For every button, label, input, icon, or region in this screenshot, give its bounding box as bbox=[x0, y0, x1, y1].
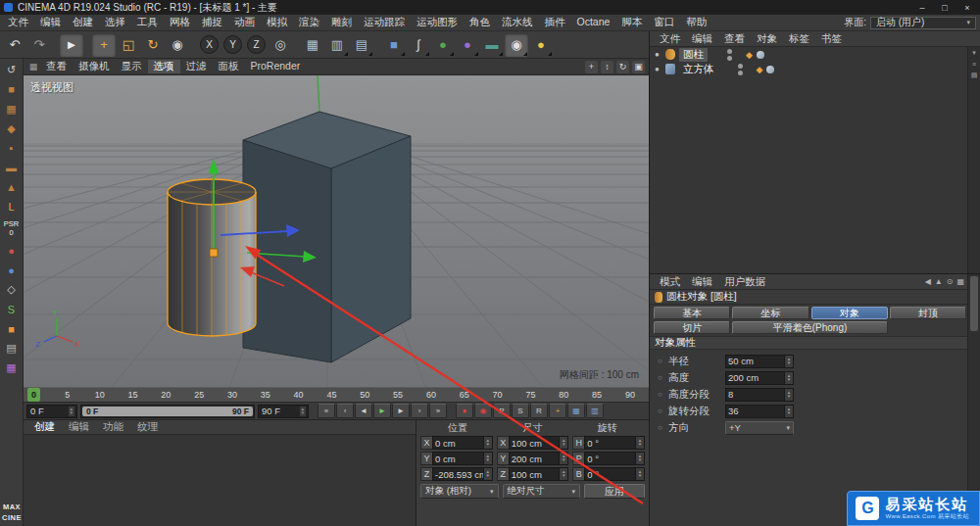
timeline-tick[interactable]: 45 bbox=[326, 388, 336, 402]
menu-item[interactable]: 编辑 bbox=[34, 16, 67, 29]
stepper-arrows[interactable]: ▲▼ bbox=[484, 467, 493, 481]
redo-icon[interactable]: ↷ bbox=[27, 33, 51, 57]
timeline-tick[interactable]: 15 bbox=[127, 388, 137, 402]
timeline-tick[interactable]: 80 bbox=[559, 388, 568, 402]
object-name[interactable]: 圆柱 bbox=[679, 48, 708, 62]
am-back-icon[interactable]: ◀ bbox=[925, 277, 931, 286]
om-layer-icon[interactable]: ▤ bbox=[971, 72, 978, 79]
timeline-tick[interactable]: 40 bbox=[294, 388, 304, 402]
render-settings-icon[interactable]: ▤ bbox=[350, 33, 373, 57]
object-manager-menu-item[interactable]: 查看 bbox=[718, 32, 751, 46]
size-y-field[interactable]: Y200 cm▲▼ bbox=[497, 452, 569, 465]
visibility-dots[interactable] bbox=[727, 49, 732, 61]
material-menu-item[interactable]: 编辑 bbox=[62, 420, 96, 434]
timeline-tick[interactable]: 90 bbox=[625, 388, 635, 402]
stepper-arrows[interactable]: ▲▼ bbox=[484, 452, 493, 465]
material-menu-item[interactable]: 创建 bbox=[27, 420, 62, 434]
minimize-button[interactable]: – bbox=[911, 1, 933, 14]
scrollbar-thumb[interactable] bbox=[970, 276, 978, 331]
coord-system-icon[interactable]: ◎ bbox=[269, 33, 292, 57]
stepper-arrows[interactable]: ▲▼ bbox=[560, 436, 568, 450]
pan-view-icon[interactable]: + bbox=[585, 61, 598, 73]
go-end-button[interactable]: » bbox=[429, 404, 447, 418]
stepper-arrows[interactable]: ▲▼ bbox=[560, 452, 568, 465]
camera-icon[interactable]: ◉ bbox=[505, 33, 528, 57]
model-mode-icon[interactable]: ■ bbox=[2, 80, 22, 98]
field-value[interactable]: 36 bbox=[725, 405, 785, 418]
next-frame-button[interactable]: ► bbox=[392, 404, 410, 418]
object-name[interactable]: 立方体 bbox=[679, 63, 718, 76]
viewport-menu-item[interactable]: 显示 bbox=[116, 60, 148, 73]
attribute-menu-item[interactable]: 编辑 bbox=[686, 275, 718, 289]
am-lock-icon[interactable]: ⊙ bbox=[947, 277, 954, 286]
texture-mode-icon[interactable]: ▦ bbox=[2, 100, 22, 118]
timeline-ruler[interactable]: 051015202530354045505560657075808590 bbox=[24, 387, 649, 403]
apply-button[interactable]: 应用 bbox=[584, 484, 645, 499]
workplane-mode-icon[interactable]: ◆ bbox=[2, 120, 22, 137]
rotation-p-field[interactable]: P0 °▲▼ bbox=[572, 452, 645, 465]
close-button[interactable]: × bbox=[956, 1, 978, 14]
menu-item[interactable]: 工具 bbox=[131, 16, 164, 29]
viewport-menu-icon[interactable]: ▦ bbox=[26, 62, 40, 72]
phong-tag-icon[interactable] bbox=[757, 51, 764, 59]
lock-z-axis-icon[interactable]: Z bbox=[247, 35, 266, 54]
menu-item[interactable]: 流水线 bbox=[496, 16, 539, 29]
anim-dot[interactable]: ○ bbox=[656, 406, 664, 415]
lock-x-axis-icon[interactable]: X bbox=[200, 35, 219, 54]
scale-tool-icon[interactable]: ◱ bbox=[117, 33, 140, 57]
expand-dot[interactable]: ● bbox=[655, 65, 662, 73]
make-editable-icon[interactable]: ↺ bbox=[2, 61, 22, 78]
undo-icon[interactable]: ↶ bbox=[3, 33, 26, 57]
timeline-tick[interactable]: 75 bbox=[525, 388, 535, 402]
prev-key-button[interactable]: ‹ bbox=[336, 404, 354, 418]
attribute-menu-item[interactable]: 模式 bbox=[654, 275, 686, 289]
attribute-tab[interactable]: 对象 bbox=[811, 307, 888, 319]
menu-item[interactable]: 运动图形 bbox=[411, 16, 464, 29]
timeline-tick[interactable]: 30 bbox=[227, 388, 237, 402]
deformer-icon[interactable]: ● bbox=[456, 33, 479, 57]
viewport-menu-item[interactable]: 面板 bbox=[213, 60, 245, 73]
menu-item[interactable]: 脚本 bbox=[615, 16, 648, 29]
record-scale-button[interactable]: S bbox=[512, 404, 529, 418]
object-manager-menu-item[interactable]: 对象 bbox=[751, 32, 783, 46]
menu-item[interactable]: 帮助 bbox=[680, 16, 712, 29]
object-row-cylinder[interactable]: ● 圆柱 ◆ bbox=[650, 47, 967, 62]
go-start-button[interactable]: « bbox=[318, 404, 335, 418]
move-tool-icon[interactable]: + bbox=[92, 33, 116, 57]
snap-icon[interactable]: ● bbox=[2, 262, 22, 279]
om-filter-icon[interactable]: ▾ bbox=[972, 49, 976, 57]
polygons-mode-icon[interactable]: ▲ bbox=[2, 178, 22, 196]
object-manager-menu-item[interactable]: 编辑 bbox=[686, 32, 718, 46]
phong-tag-icon[interactable] bbox=[766, 66, 774, 73]
size-x-field[interactable]: X100 cm▲▼ bbox=[497, 436, 569, 450]
edges-mode-icon[interactable]: ▬ bbox=[2, 159, 22, 176]
primitive-cube-icon[interactable]: ■ bbox=[382, 33, 406, 57]
record-keyframe-button[interactable]: ● bbox=[456, 404, 473, 418]
attribute-menu-item[interactable]: 用户数据 bbox=[718, 275, 771, 289]
viewport-menu-item[interactable]: 过滤 bbox=[180, 60, 213, 73]
rotate-tool-icon[interactable]: ↻ bbox=[141, 33, 165, 57]
tag-icon[interactable]: ◆ bbox=[757, 65, 763, 74]
last-tool-icon[interactable]: ◉ bbox=[166, 33, 189, 57]
object-manager-menu-item[interactable]: 标签 bbox=[783, 32, 815, 46]
radius-input[interactable]: 50 cm▲▼ bbox=[725, 355, 794, 368]
position-y-field[interactable]: Y0 cm▲▼ bbox=[420, 452, 493, 465]
stepper-arrows[interactable]: ▲▼ bbox=[636, 436, 645, 450]
script-icon[interactable]: S bbox=[2, 301, 22, 318]
stepper-arrows[interactable]: ▲▼ bbox=[785, 355, 794, 368]
viewport[interactable]: Y X Z 透视视图 网格间距 : 100 cm bbox=[24, 75, 649, 387]
om-search-icon[interactable]: ≡ bbox=[972, 61, 976, 68]
orbit-view-icon[interactable]: ↻ bbox=[616, 61, 629, 73]
timeline-tick[interactable]: 0 bbox=[27, 388, 40, 402]
isoline-icon[interactable]: ■ bbox=[2, 320, 22, 338]
axis-mode-icon[interactable]: L bbox=[2, 198, 22, 215]
timeline-tick[interactable]: 10 bbox=[95, 388, 105, 402]
field-value[interactable]: 8 bbox=[725, 388, 785, 402]
am-up-icon[interactable]: ▲ bbox=[935, 277, 943, 286]
generator-icon[interactable]: ● bbox=[431, 33, 455, 57]
menu-item[interactable]: 运动跟踪 bbox=[358, 16, 411, 29]
menu-item[interactable]: 网格 bbox=[164, 16, 196, 29]
viewport-menu-item[interactable]: 选项 bbox=[148, 60, 180, 73]
timeline-tick[interactable]: 50 bbox=[360, 388, 369, 402]
viewport-scene[interactable]: Y X Z bbox=[24, 75, 649, 387]
